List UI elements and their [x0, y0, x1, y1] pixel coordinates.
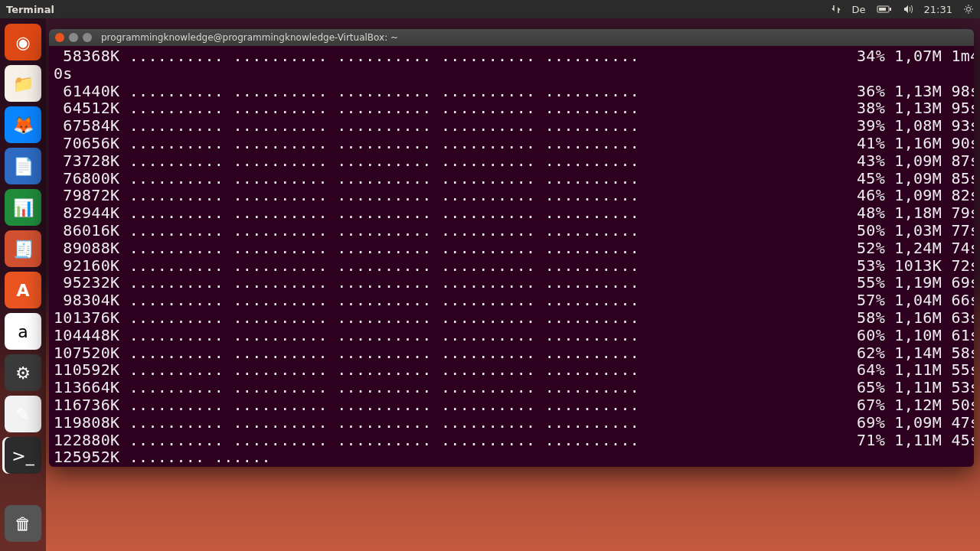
svg-rect-2 [879, 8, 886, 11]
close-icon[interactable] [55, 33, 64, 42]
top-panel: Terminal De 21:31 [0, 0, 980, 18]
gear-icon[interactable] [963, 4, 974, 15]
launcher-files[interactable]: 📁 [5, 65, 41, 102]
launcher-text-editor[interactable]: ✎ [5, 396, 41, 432]
launcher-impress[interactable]: 🧾 [5, 230, 41, 267]
keyboard-layout-indicator[interactable]: De [852, 4, 866, 15]
trash-icon[interactable]: 🗑 [5, 505, 41, 542]
maximize-icon[interactable] [83, 33, 92, 42]
minimize-icon[interactable] [69, 33, 78, 42]
clock[interactable]: 21:31 [924, 4, 952, 15]
svg-rect-1 [890, 8, 891, 11]
launcher-amazon[interactable]: a [5, 313, 41, 350]
launcher-terminal[interactable]: >_ [5, 437, 41, 474]
terminal-window: programmingknowledge@programmingknowledg… [49, 29, 974, 467]
launcher-writer[interactable]: 📄 [5, 148, 41, 184]
terminal-title: programmingknowledge@programmingknowledg… [101, 32, 398, 43]
launcher-ubuntu-dash[interactable]: ◉ [5, 24, 41, 60]
launcher-calc[interactable]: 📊 [5, 189, 41, 226]
volume-icon[interactable] [903, 4, 913, 15]
network-icon[interactable] [831, 4, 841, 15]
terminal-titlebar[interactable]: programmingknowledge@programmingknowledg… [49, 29, 974, 46]
battery-icon[interactable] [877, 5, 892, 14]
launcher-software-center[interactable]: A [5, 272, 41, 308]
launcher-settings[interactable]: ⚙ [5, 354, 41, 391]
launcher-firefox[interactable]: 🦊 [5, 106, 41, 143]
active-app-label: Terminal [6, 4, 54, 15]
unity-launcher: ◉📁🦊📄📊🧾Aa⚙✎>_ 🗑 [0, 18, 46, 551]
terminal-output[interactable]: 58368K .......... .......... .......... … [49, 46, 974, 467]
svg-point-3 [967, 8, 971, 11]
